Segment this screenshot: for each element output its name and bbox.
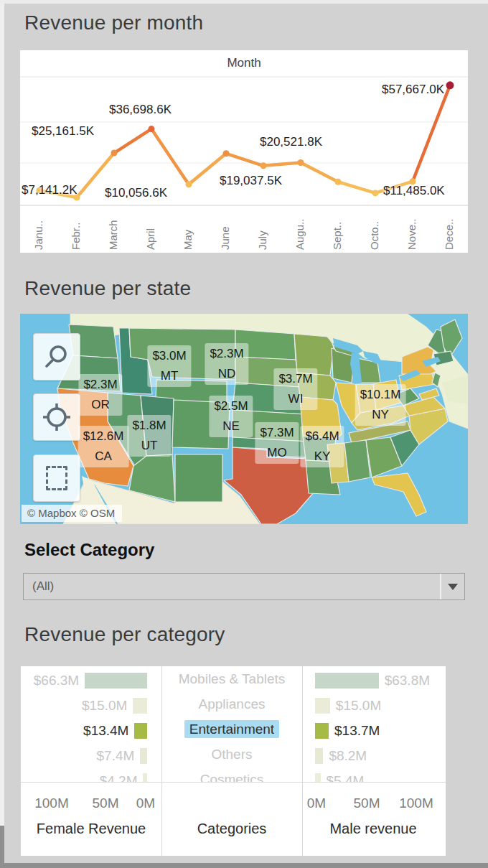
category-filter-dropdown[interactable]: (All): [23, 573, 465, 600]
category-row-cosmetics[interactable]: $4.2MCosmetics$5.4M: [21, 768, 446, 782]
point-value-label: $11,485.0K: [383, 184, 445, 198]
chevron-down-icon: [448, 584, 458, 590]
x-axis-tick-label: May: [182, 207, 196, 250]
x-axis-tick-label: Janu..: [32, 207, 47, 250]
female-axis-tick: 100M: [34, 795, 69, 811]
category-row-entertainment[interactable]: $13.4MEntertainment$13.7M: [21, 718, 446, 743]
map-locate-button[interactable]: [33, 393, 80, 441]
axis-divider: [21, 782, 446, 783]
panel-footer-label: Female Revenue: [37, 821, 146, 837]
x-axis-tick-label: Augu..: [294, 207, 308, 250]
category-label[interactable]: Mobiles & Tablets: [161, 671, 302, 687]
category-row-mobiles-tablets[interactable]: $66.3MMobiles & Tablets$63.8M: [21, 668, 446, 693]
map-attribution: © Mapbox © OSM: [22, 505, 122, 522]
month-chart-panel[interactable]: Month $7,141.2K$10,056.6K$25,161.5K$36,6…: [20, 50, 468, 253]
x-axis-tick-label: Octo..: [368, 207, 383, 250]
state-label-MO[interactable]: $7.3MMO: [255, 422, 299, 464]
female-bar[interactable]: [140, 748, 147, 764]
male-value-label: $15.0M: [336, 698, 381, 714]
female-value-label: $13.4M: [83, 723, 128, 739]
category-chart-title: Revenue per category: [24, 623, 225, 646]
male-bar[interactable]: [315, 723, 329, 739]
female-value-label: $15.0M: [82, 698, 127, 714]
state-label-ND[interactable]: $2.3MND: [205, 343, 248, 385]
point-value-label: $57,667.0K: [382, 83, 444, 97]
state-label-MT[interactable]: $3.0MMT: [147, 345, 191, 387]
state-map[interactable]: $3.0MMT$2.3MND$2.3MOR$3.7MWI$10.1MNY$2.5…: [20, 314, 468, 524]
male-bar[interactable]: [315, 773, 321, 782]
x-axis-tick-label: April: [144, 207, 159, 250]
x-axis-tick-label: March: [107, 207, 121, 250]
x-axis-tick-label: July: [256, 207, 271, 250]
female-value-label: $4.2M: [100, 773, 138, 782]
state-label-NE[interactable]: $2.5MNE: [209, 396, 253, 437]
search-icon: [42, 342, 71, 371]
category-chart-panel[interactable]: $66.3MMobiles & Tablets$63.8M$15.0MAppli…: [21, 666, 446, 856]
female-axis-tick: 0M: [136, 795, 155, 811]
panel-footer-label: Male revenue: [329, 821, 416, 837]
male-axis-tick: 0M: [307, 795, 326, 811]
dropdown-selected-value: (All): [24, 579, 440, 594]
point-value-label: $36,698.6K: [109, 103, 172, 117]
x-axis-tick-label: Nove..: [405, 207, 420, 250]
month-chart-title: Revenue per month: [24, 11, 203, 34]
dropdown-arrow-button[interactable]: [440, 574, 464, 599]
locate-icon: [41, 401, 72, 433]
revenue-line-chart[interactable]: [20, 50, 468, 253]
category-row-appliances[interactable]: $15.0MAppliances$15.0M: [21, 693, 446, 718]
female-bar[interactable]: [143, 773, 147, 782]
male-bar[interactable]: [315, 698, 330, 714]
point-value-label: $7,141.2K: [22, 183, 78, 197]
panel-divider: [161, 666, 162, 856]
point-value-label: $25,161.5K: [32, 124, 94, 139]
male-bar[interactable]: [315, 748, 323, 764]
rectangle-select-icon: [46, 466, 67, 490]
category-label[interactable]: Cosmetics: [161, 772, 302, 782]
window-left-edge: [0, 0, 4, 868]
x-axis-tick-label: Febr..: [70, 207, 84, 250]
x-axis-tick-label: June: [219, 207, 233, 250]
category-row-others[interactable]: $7.4MOthers$8.2M: [21, 743, 446, 768]
state-map-title: Revenue per state: [24, 277, 191, 300]
state-label-WI[interactable]: $3.7MWI: [273, 368, 317, 410]
female-bar[interactable]: [134, 723, 147, 739]
window-bottom-edge: [0, 863, 488, 868]
male-value-label: $8.2M: [329, 748, 367, 764]
category-label[interactable]: Others: [161, 747, 302, 762]
state-label-CA[interactable]: $12.6MCA: [78, 426, 129, 467]
panel-divider: [302, 666, 303, 856]
point-value-label: $20,521.8K: [260, 135, 322, 149]
female-value-label: $66.3M: [34, 673, 79, 689]
category-label[interactable]: Appliances: [161, 696, 302, 712]
category-label[interactable]: Entertainment: [161, 722, 302, 737]
point-value-label: $10,056.6K: [105, 186, 167, 200]
state-label-KY[interactable]: $6.4MKY: [300, 426, 344, 467]
scrollbar-thumb[interactable]: [0, 826, 4, 863]
state-label-OR[interactable]: $2.3MOR: [78, 374, 122, 416]
state-label-UT[interactable]: $1.8MUT: [127, 415, 171, 457]
map-rectangle-select-button[interactable]: [33, 454, 80, 502]
male-value-label: $63.8M: [385, 673, 430, 689]
male-bar[interactable]: [315, 673, 379, 689]
male-value-label: $13.7M: [334, 723, 380, 739]
female-axis-tick: 50M: [93, 795, 119, 811]
female-value-label: $7.4M: [97, 748, 135, 764]
female-bar[interactable]: [85, 673, 147, 689]
male-value-label: $5.4M: [327, 773, 365, 782]
window-top-edge: [0, 0, 488, 4]
female-bar[interactable]: [133, 698, 147, 714]
male-axis-tick: 100M: [399, 795, 433, 811]
panel-footer-label: Categories: [197, 821, 267, 837]
map-zoom-search-button[interactable]: [33, 333, 80, 381]
category-bars-area[interactable]: $66.3MMobiles & Tablets$63.8M$15.0MAppli…: [21, 666, 446, 782]
male-axis-tick: 50M: [354, 795, 380, 811]
x-axis-tick-label: Sept..: [331, 207, 345, 250]
filter-title: Select Category: [24, 540, 154, 560]
x-axis-tick-label: Dece..: [443, 207, 457, 250]
point-value-label: $19,037.5K: [220, 174, 282, 188]
state-label-NY[interactable]: $10.1MNY: [355, 384, 406, 426]
